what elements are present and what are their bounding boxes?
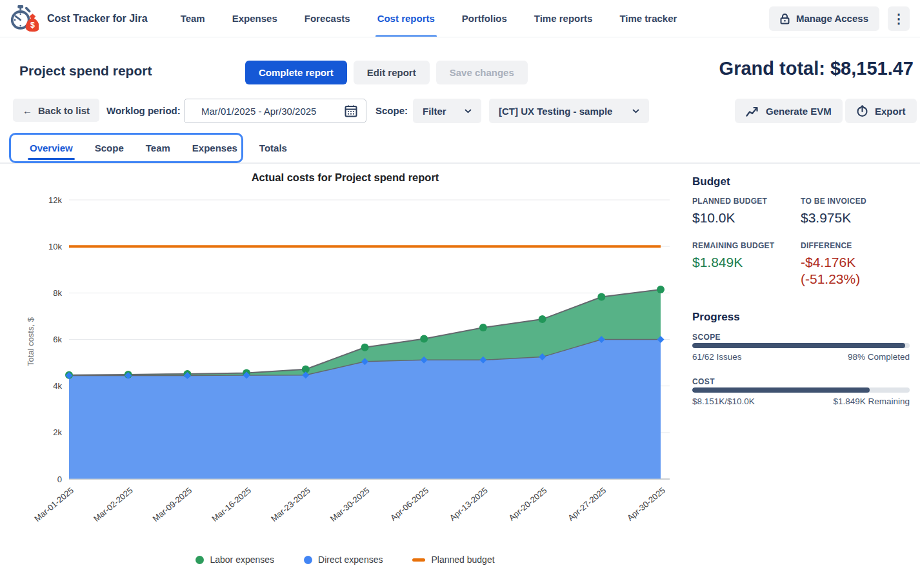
nav-item-time-tracker[interactable]: Time tracker (606, 0, 690, 37)
legend-item-direct-expenses[interactable]: Direct expenses (304, 554, 383, 565)
legend-item-planned-budget[interactable]: Planned budget (412, 554, 494, 565)
svg-text:Apr-27-2025: Apr-27-2025 (566, 485, 608, 523)
legend-item-labor-expenses[interactable]: Labor expenses (195, 554, 274, 565)
remaining-budget-value: $1.849K (692, 255, 801, 270)
remaining-budget-cell: REMAINING BUDGET $1.849K (692, 241, 801, 270)
tab-team[interactable]: Team (135, 135, 181, 161)
manage-access-label: Manage Access (796, 13, 868, 24)
nav-item-cost-reports[interactable]: Cost reports (364, 0, 448, 37)
svg-text:Apr-20-2025: Apr-20-2025 (507, 485, 549, 523)
svg-text:Mar-01-2025: Mar-01-2025 (32, 485, 75, 524)
scope-filter-value: Filter (423, 106, 446, 117)
svg-text:2k: 2k (53, 427, 62, 437)
cost-remaining: $1.849K Remaining (833, 397, 910, 406)
scope-issues-count: 61/62 Issues (692, 352, 742, 362)
generate-evm-label: Generate EVM (766, 106, 832, 117)
tabs-highlight-box: Overview Scope Team Expenses Totals (9, 133, 243, 163)
summary-panel: Budget PLANNED BUDGET $10.0K TO BE INVOI… (692, 175, 910, 575)
chevron-down-icon (465, 109, 472, 113)
project-dropdown-value: [CT] UX Testing - sample (499, 106, 612, 117)
direct-expenses-swatch (304, 556, 312, 564)
worklog-period-label: Worklog period: (106, 99, 181, 123)
svg-text:12k: 12k (48, 195, 62, 205)
to-be-invoiced-label: TO BE INVOICED (801, 197, 910, 206)
cost-progress-label: COST (692, 377, 715, 386)
svg-text:Apr-30-2025: Apr-30-2025 (625, 485, 667, 523)
planned-budget-swatch (412, 558, 425, 562)
to-be-invoiced-value: $3.975K (801, 210, 910, 226)
scope-label: Scope: (375, 99, 408, 123)
svg-text:Mar-16-2025: Mar-16-2025 (210, 485, 253, 524)
report-toolbar: ← Back to list Worklog period: Mar/01/20… (13, 99, 914, 123)
report-actions: Complete report Edit report Save changes (245, 61, 528, 84)
lock-icon (780, 13, 790, 24)
cost-progress-fill (692, 387, 870, 393)
generate-evm-button[interactable]: Generate EVM (735, 99, 843, 123)
scope-progress-stats: 61/62 Issues 98% Completed (692, 352, 910, 362)
back-to-list-button[interactable]: ← Back to list (13, 99, 99, 122)
svg-text:4k: 4k (53, 381, 62, 391)
difference-percent: (-51.23%) (801, 271, 910, 287)
app-header: $ Cost Tracker for Jira Team Expenses Fo… (0, 0, 920, 37)
svg-text:0: 0 (57, 475, 62, 484)
main-nav: Team Expenses Forecasts Cost reports Por… (167, 0, 691, 37)
header-actions: Manage Access ⋮ (769, 6, 910, 31)
difference-label: DIFFERENCE (801, 241, 910, 250)
complete-report-button[interactable]: Complete report (245, 61, 347, 84)
calendar-icon (345, 104, 357, 117)
tab-overview[interactable]: Overview (19, 135, 84, 161)
legend-label: Planned budget (431, 554, 494, 565)
legend-label: Labor expenses (210, 554, 274, 565)
edit-report-button[interactable]: Edit report (354, 61, 430, 84)
difference-value: -$4.176K (801, 255, 910, 270)
kebab-icon: ⋮ (892, 12, 905, 25)
budget-heading: Budget (692, 175, 730, 188)
to-be-invoiced-cell: TO BE INVOICED $3.975K (801, 197, 910, 226)
svg-text:Apr-13-2025: Apr-13-2025 (448, 485, 490, 523)
svg-text:8k: 8k (53, 288, 62, 298)
evm-chart-icon (746, 106, 759, 117)
labor-expenses-swatch (195, 556, 204, 564)
svg-text:Mar-02-2025: Mar-02-2025 (92, 485, 135, 524)
project-dropdown[interactable]: [CT] UX Testing - sample (489, 99, 649, 123)
app-title: Cost Tracker for Jira (47, 13, 148, 24)
nav-item-portfolios[interactable]: Portfolios (448, 0, 521, 37)
scope-progress-label: SCOPE (692, 333, 721, 342)
tab-totals[interactable]: Totals (248, 135, 298, 161)
nav-item-time-reports[interactable]: Time reports (521, 0, 606, 37)
save-changes-button[interactable]: Save changes (436, 61, 528, 84)
manage-access-button[interactable]: Manage Access (769, 6, 879, 31)
more-options-button[interactable]: ⋮ (888, 6, 910, 31)
svg-text:10k: 10k (48, 242, 62, 251)
svg-text:Mar-30-2025: Mar-30-2025 (328, 485, 372, 524)
page-title: Project spend report (19, 63, 152, 79)
chart-legend: Labor expenses Direct expenses Planned b… (19, 554, 671, 565)
nav-item-team[interactable]: Team (167, 0, 219, 37)
scope-completed-percent: 98% Completed (848, 352, 910, 362)
stacked-area-chart: 02k4k6k8k10k12kTotal costs, $Mar-01-2025… (19, 187, 671, 553)
nav-item-forecasts[interactable]: Forecasts (291, 0, 364, 37)
cost-spent-vs-budget: $8.151K/$10.0K (692, 397, 755, 406)
cost-progress-stats: $8.151K/$10.0K $1.849K Remaining (692, 397, 910, 406)
actual-costs-chart: Actual costs for Project spend report 02… (19, 169, 671, 582)
svg-text:Mar-23-2025: Mar-23-2025 (269, 485, 312, 524)
chevron-down-icon (632, 109, 639, 113)
nav-item-expenses[interactable]: Expenses (219, 0, 291, 37)
remaining-budget-label: REMAINING BUDGET (692, 241, 801, 250)
svg-text:Mar-09-2025: Mar-09-2025 (151, 485, 194, 524)
planned-budget-label: PLANNED BUDGET (692, 197, 801, 206)
tab-scope[interactable]: Scope (84, 135, 135, 161)
grand-total: Grand total: $8,151.47 (719, 58, 914, 79)
worklog-period-value: Mar/01/2025 - Apr/30/2025 (201, 106, 316, 117)
svg-text:6k: 6k (53, 335, 62, 344)
export-icon (856, 105, 868, 117)
tab-expenses[interactable]: Expenses (181, 135, 248, 161)
planned-budget-cell: PLANNED BUDGET $10.0K (692, 197, 801, 226)
worklog-period-input[interactable]: Mar/01/2025 - Apr/30/2025 (184, 99, 366, 123)
scope-filter-dropdown[interactable]: Filter (413, 99, 481, 123)
export-button[interactable]: Export (845, 99, 917, 123)
app-logo-icon: $ (9, 4, 39, 34)
svg-text:Total costs, $: Total costs, $ (26, 317, 35, 366)
planned-budget-value: $10.0K (692, 210, 801, 226)
scope-progress-fill (692, 343, 905, 348)
